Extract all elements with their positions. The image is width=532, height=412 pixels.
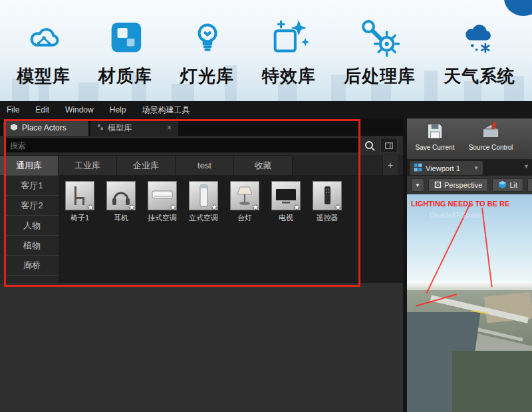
asset-item-standing-ac[interactable]: ★ 立式空调 <box>188 181 219 223</box>
standing-ac-thumbnail: ★ <box>189 181 218 210</box>
perspective-label: Perspective <box>444 181 482 189</box>
asset-label: 遥控器 <box>317 213 338 223</box>
show-flags-button[interactable]: S <box>527 178 532 192</box>
tab-place-actors[interactable]: Place Actors <box>3 120 88 136</box>
viewport-menu-button[interactable]: ▼ <box>523 163 529 170</box>
tab-label: Place Actors <box>22 123 66 132</box>
sidebar-item-livingroom1[interactable]: 客厅1 <box>5 176 59 196</box>
viewport-toolbar: ▼ Perspective Lit S <box>407 176 532 194</box>
banner-label: 后处理库 <box>344 65 416 88</box>
asset-item-chair[interactable]: ★ 椅子1 <box>64 181 96 223</box>
close-icon[interactable]: × <box>167 123 172 132</box>
favorite-star-icon[interactable]: ★ <box>293 203 300 212</box>
headphones-thumbnail: ★ <box>106 181 136 210</box>
model-library-tab-icon <box>97 123 104 132</box>
sky-layer <box>407 194 532 288</box>
favorite-star-icon[interactable]: ★ <box>334 203 341 212</box>
banner-label: 材质库 <box>98 65 152 88</box>
menu-window[interactable]: Window <box>65 105 94 114</box>
sidebar-item-plants[interactable]: 植物 <box>5 236 59 256</box>
sidebar-item-livingroom2[interactable]: 客厅2 <box>5 196 59 216</box>
asset-label: 电视 <box>279 213 293 223</box>
asset-item-headphones[interactable]: ★ 耳机 <box>105 181 137 223</box>
lightbulb-icon <box>186 17 229 62</box>
viewport-tab[interactable]: Viewport 1 ▼ <box>410 161 483 175</box>
lit-label: Lit <box>509 181 517 189</box>
banner-item-light-library[interactable]: 灯光库 <box>180 17 234 88</box>
lighting-warning-text: LIGHTING NEEDS TO BE RE <box>411 200 532 208</box>
asset-label: 挂式空调 <box>148 213 177 223</box>
banner-item-material-library[interactable]: 材质库 <box>98 17 152 88</box>
banner-label: 天气系统 <box>444 65 515 88</box>
save-current-button[interactable]: Save Current <box>410 121 460 159</box>
editor-region: File Edit Window Help 场景构建工具 Place Actor… <box>0 101 532 412</box>
favorite-star-icon[interactable]: ★ <box>170 203 176 212</box>
wrench-gear-icon <box>358 17 401 62</box>
category-tab-enterprise[interactable]: 企业库 <box>117 155 176 175</box>
tab-model-library[interactable]: 模型库 × <box>90 120 178 136</box>
asset-item-tv[interactable]: ★ 电视 <box>270 181 302 223</box>
menu-edit[interactable]: Edit <box>35 105 49 114</box>
coast-layer <box>452 351 532 412</box>
banner-item-weather-system[interactable]: 天气系统 <box>444 17 515 88</box>
dock-panel-icon[interactable] <box>380 138 398 153</box>
viewport-3d-view[interactable]: LIGHTING NEEDS TO BE RE DisableARScreen <box>407 194 532 412</box>
collection-sidebar: 客厅1 客厅2 人物 植物 廊桥 <box>5 175 59 276</box>
asset-item-remote[interactable]: ★ 遥控器 <box>311 181 343 223</box>
search-row <box>0 136 403 155</box>
lit-cube-icon <box>498 180 507 190</box>
material-squares-icon <box>104 17 147 62</box>
category-tab-industrial[interactable]: 工业库 <box>59 155 117 175</box>
lit-mode-button[interactable]: Lit <box>492 178 523 192</box>
viewport-tab-row: Viewport 1 ▼ ▼ <box>407 160 532 176</box>
favorite-star-icon[interactable]: ★ <box>211 203 217 212</box>
viewport-grid-icon <box>414 163 422 173</box>
library-banner: 模型库 材质库 <box>0 0 532 101</box>
lamp-thumbnail: ★ <box>230 181 259 210</box>
menu-scene-build-tools[interactable]: 场景构建工具 <box>142 104 190 116</box>
banner-item-effects-library[interactable]: 特效库 <box>262 17 316 88</box>
floppy-disk-icon <box>425 121 445 142</box>
favorite-star-icon[interactable]: ★ <box>128 203 135 212</box>
perspective-button[interactable]: Perspective <box>428 178 488 192</box>
viewport-tab-label: Viewport 1 <box>426 164 460 172</box>
chair-thumbnail: ★ <box>65 181 94 210</box>
favorite-star-icon[interactable]: ★ <box>252 203 259 212</box>
banner-item-postprocess-library[interactable]: 后处理库 <box>344 17 416 88</box>
search-icon[interactable] <box>364 140 375 151</box>
banner-label: 特效库 <box>262 65 316 88</box>
app-screen: 模型库 材质库 <box>0 0 532 412</box>
category-tab-general[interactable]: 通用库 <box>0 155 59 175</box>
menu-help[interactable]: Help <box>110 105 126 114</box>
viewport-options-button[interactable]: ▼ <box>411 178 424 192</box>
sidebar-item-people[interactable]: 人物 <box>5 216 59 236</box>
tv-thumbnail: ★ <box>271 181 301 210</box>
search-input[interactable] <box>5 138 359 152</box>
asset-label: 立式空调 <box>189 213 218 223</box>
asset-item-wall-ac[interactable]: ★ 挂式空调 <box>146 181 178 223</box>
menu-file[interactable]: File <box>7 105 19 114</box>
sidebar-item-bridge[interactable]: 廊桥 <box>5 256 59 276</box>
level-toolbar: Save Current Source Control <box>407 118 532 160</box>
menu-bar: File Edit Window Help 场景构建工具 <box>0 101 532 118</box>
category-tab-test[interactable]: test <box>176 155 234 175</box>
favorite-star-icon[interactable]: ★ <box>87 203 94 212</box>
model-library-panel: Place Actors 模型库 × <box>0 118 403 412</box>
banner-item-model-library[interactable]: 模型库 <box>17 17 70 88</box>
category-tab-favorites[interactable]: 收藏 <box>234 155 293 175</box>
source-control-label: Source Control <box>469 144 513 151</box>
horizon-haze <box>407 282 532 290</box>
add-category-button[interactable]: + <box>382 155 398 175</box>
panel-empty-area <box>0 283 403 412</box>
weather-cloud-icon <box>458 17 501 62</box>
ar-overlay-text: DisableARScreen <box>430 212 482 219</box>
asset-label: 耳机 <box>114 213 128 223</box>
asset-item-lamp[interactable]: ★ 台灯 <box>229 181 261 223</box>
category-tab-row: 通用库 工业库 企业库 test 收藏 + <box>0 155 403 175</box>
perspective-cube-icon <box>434 181 442 190</box>
banner-label: 灯光库 <box>180 65 234 88</box>
source-control-icon <box>481 121 501 142</box>
asset-grid: ★ 椅子1 ★ 耳机 <box>59 175 403 283</box>
document-tab-strip: Place Actors 模型库 × <box>0 118 403 136</box>
source-control-button[interactable]: Source Control <box>466 121 516 159</box>
